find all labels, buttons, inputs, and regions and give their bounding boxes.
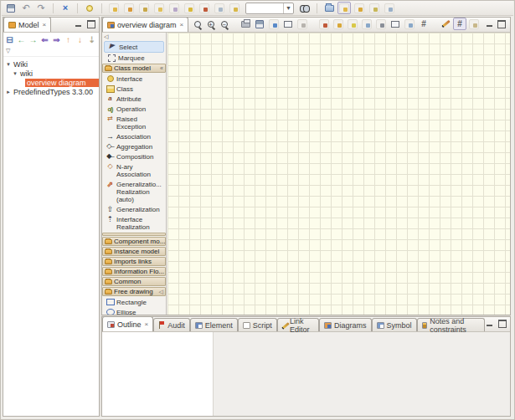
tree-item-predefinedtypes-3-3-00[interactable]: ▸PredefinedTypes 3.3.00 bbox=[3, 87, 99, 96]
tab-symbol[interactable]: Symbol bbox=[372, 318, 417, 331]
zoom-out-button[interactable]: − bbox=[218, 18, 230, 30]
view-menu-button[interactable]: ▽ bbox=[3, 48, 99, 57]
update-model-button[interactable]: × bbox=[59, 2, 72, 14]
move-up-button[interactable]: ↑ bbox=[63, 34, 74, 47]
lock-button[interactable] bbox=[332, 18, 345, 30]
edit-style-button[interactable] bbox=[439, 18, 452, 30]
palette-section-free-drawing[interactable]: Free drawing◁ bbox=[102, 287, 166, 296]
tab-element[interactable]: Element bbox=[190, 318, 238, 331]
snap-to-grid-button[interactable]: # bbox=[453, 18, 466, 30]
collapse-all-button[interactable]: ⊟ bbox=[4, 34, 15, 47]
tree-item-wiki[interactable]: ▾Wiki bbox=[3, 59, 99, 69]
tree-item-overview-diagram[interactable]: overview diagram bbox=[3, 78, 99, 87]
palette-tool-marquee[interactable]: Marquee bbox=[104, 53, 164, 63]
maximize-button[interactable] bbox=[497, 320, 507, 328]
toolbar-button-5[interactable] bbox=[167, 2, 181, 14]
palette-item-n-ary-association[interactable]: N-ary Association bbox=[102, 161, 166, 179]
tab-script[interactable]: Script bbox=[238, 318, 277, 331]
tab-overview-diagram[interactable]: overview diagram × bbox=[102, 17, 188, 32]
move-down-button[interactable]: ↓ bbox=[75, 34, 85, 47]
tab-audit[interactable]: Audit bbox=[153, 318, 190, 331]
zoom-in-button[interactable]: + bbox=[204, 18, 217, 30]
toggle-button-2[interactable] bbox=[353, 2, 366, 14]
expander-icon[interactable]: ▾ bbox=[12, 70, 18, 77]
outline-view-content[interactable] bbox=[102, 332, 214, 416]
audit-lightbulb-button[interactable] bbox=[83, 2, 96, 14]
pin-icon[interactable]: ◁ bbox=[159, 289, 163, 295]
more-button[interactable]: ⇣ bbox=[86, 34, 97, 47]
palette-collapse-arrow-icon[interactable]: ◁ bbox=[102, 33, 166, 41]
palette-section-class-model[interactable]: Class model« bbox=[102, 64, 166, 73]
toolbar-button-2[interactable] bbox=[122, 2, 136, 14]
undo-button[interactable]: ↶ bbox=[19, 2, 33, 14]
previous-selection-button[interactable]: ⇐ bbox=[39, 34, 50, 47]
pin-icon[interactable]: « bbox=[160, 65, 163, 71]
palette-section-imports-links[interactable]: Imports links bbox=[102, 257, 166, 266]
maximize-button[interactable] bbox=[86, 20, 95, 28]
palette-item-operation[interactable]: Operation bbox=[102, 104, 166, 114]
print-button[interactable] bbox=[239, 18, 252, 30]
save-button[interactable] bbox=[4, 2, 18, 14]
palette-item-generalizatio-realization-auto-[interactable]: Generalizatio... Realization (auto) bbox=[102, 179, 166, 204]
toggle-button-1[interactable] bbox=[337, 2, 351, 14]
minimize-button[interactable] bbox=[74, 20, 83, 28]
search-binoculars-button[interactable] bbox=[298, 2, 312, 14]
toolbar-button-6[interactable] bbox=[183, 2, 196, 14]
search-combo[interactable]: ▼ bbox=[245, 3, 294, 14]
minimize-button[interactable] bbox=[485, 320, 494, 328]
close-icon[interactable]: × bbox=[144, 320, 149, 328]
palette-item-interface-realization[interactable]: Interface Realization bbox=[102, 214, 166, 232]
search-combo-input[interactable] bbox=[246, 3, 283, 13]
expander-icon[interactable]: ▾ bbox=[5, 61, 12, 68]
palette-item-association[interactable]: Association bbox=[102, 131, 166, 141]
palette-item-attribute[interactable]: Attribute bbox=[102, 94, 166, 104]
nav-back-button[interactable]: ← bbox=[16, 34, 27, 47]
align-button[interactable] bbox=[360, 18, 373, 30]
stamp-button[interactable] bbox=[296, 18, 309, 30]
close-icon[interactable]: × bbox=[42, 21, 47, 28]
palette-item-generalization[interactable]: Generalization bbox=[102, 204, 166, 214]
tab-outline[interactable]: Outline× bbox=[102, 316, 153, 331]
nav-forward-button[interactable]: → bbox=[28, 34, 39, 47]
palette-item-class[interactable]: Class bbox=[102, 84, 166, 94]
page-layout-button[interactable] bbox=[467, 18, 481, 30]
chevron-down-icon[interactable]: ▼ bbox=[283, 3, 293, 13]
diagram-canvas[interactable] bbox=[167, 33, 510, 315]
open-folder-button[interactable] bbox=[322, 2, 336, 14]
export-image-button[interactable] bbox=[267, 18, 281, 30]
fit-to-content-button[interactable] bbox=[389, 18, 402, 30]
tab-link-editor[interactable]: Link Editor bbox=[277, 318, 319, 331]
toggle-button-4[interactable] bbox=[383, 2, 396, 14]
save-diagram-button[interactable] bbox=[253, 18, 266, 30]
palette-item-composition[interactable]: Composition bbox=[102, 151, 166, 161]
toolbar-button-9[interactable] bbox=[228, 2, 241, 14]
toolbar-button-1[interactable] bbox=[107, 2, 121, 14]
tab-model[interactable]: Model × bbox=[3, 17, 51, 32]
palette-tool-select[interactable]: Select bbox=[104, 41, 164, 53]
palette-item-ellipse[interactable]: Ellipse bbox=[102, 307, 166, 315]
palette-item-raised-exception[interactable]: Raised Exception bbox=[102, 114, 166, 131]
palette-section-instance-model[interactable]: Instance model bbox=[102, 247, 166, 256]
show-grid-button[interactable]: # bbox=[417, 18, 430, 30]
toggle-button-3[interactable] bbox=[368, 2, 381, 14]
palette-section-clipped[interactable] bbox=[102, 233, 166, 236]
close-icon[interactable]: × bbox=[179, 21, 184, 28]
toolbar-button-7[interactable] bbox=[198, 2, 211, 14]
note-button[interactable] bbox=[346, 18, 359, 30]
show-frame-button[interactable] bbox=[281, 18, 295, 30]
redo-button[interactable]: ↷ bbox=[34, 2, 48, 14]
layout-button[interactable] bbox=[403, 18, 416, 30]
palette-section-common[interactable]: Common bbox=[102, 277, 166, 286]
tab-diagrams[interactable]: Diagrams bbox=[319, 318, 372, 331]
palette-section-component-mo-[interactable]: Component mo... bbox=[102, 237, 166, 246]
palette-item-aggregation[interactable]: Aggregation bbox=[102, 141, 166, 151]
next-selection-button[interactable]: ⇒ bbox=[51, 34, 62, 47]
tree-item-wiki[interactable]: ▾wiki bbox=[3, 69, 99, 78]
palette-item-rectangle[interactable]: Rectangle bbox=[102, 297, 166, 307]
palette-section-information-flo-[interactable]: Information Flo... bbox=[102, 267, 166, 276]
toolbar-button-4[interactable] bbox=[152, 2, 166, 14]
flag-button[interactable] bbox=[317, 18, 331, 30]
palette-item-interface[interactable]: Interface bbox=[102, 74, 166, 84]
tab-notes-and-constraints[interactable]: Notes and constraints bbox=[417, 318, 485, 331]
maximize-button[interactable] bbox=[497, 20, 507, 28]
